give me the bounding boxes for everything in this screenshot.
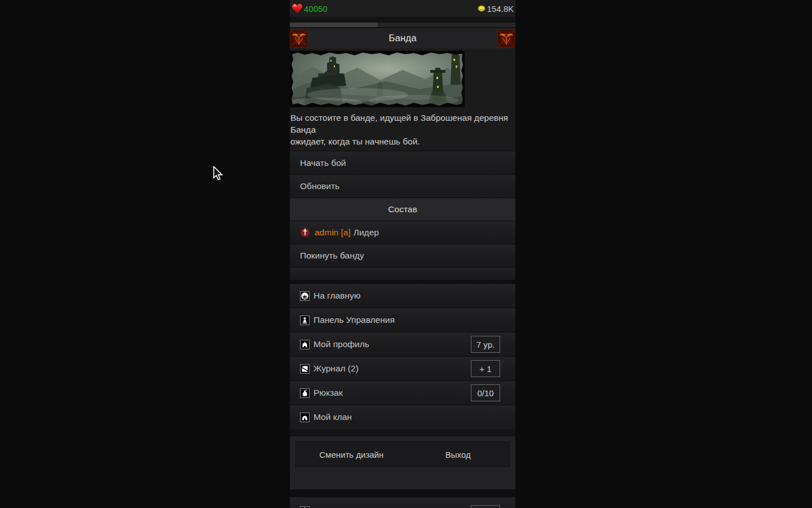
menu-label: На главную [314, 291, 360, 301]
game-main-column: 40050 154.8K [290, 0, 515, 508]
start-fight-button[interactable]: Начать бой [290, 151, 515, 174]
menu-item-home[interactable]: На главную [290, 283, 515, 308]
health-stat: 40050 [292, 3, 328, 14]
level-badge: 7 ур. [471, 336, 500, 353]
online-players-icon [300, 506, 310, 508]
empty-row [290, 267, 515, 280]
refresh-label: Обновить [300, 181, 339, 191]
footer-panel: Сменить дизайн Выход [290, 436, 515, 489]
mouse-cursor [213, 166, 224, 182]
footer-links-box: Сменить дизайн Выход [295, 441, 510, 467]
clan-emblem-icon [290, 29, 308, 47]
menu-label: Рюкзак [314, 388, 342, 398]
menu-label: Панель Управления [314, 315, 395, 325]
exit-link[interactable]: Выход [407, 450, 509, 459]
top-stats-bar: 40050 154.8K [290, 0, 515, 17]
start-fight-label: Начать бой [300, 158, 346, 168]
spacer [290, 17, 515, 23]
clan-emblem-icon [497, 29, 515, 47]
menu-label: Мой профиль [314, 339, 369, 349]
money-value: 154.8K [487, 4, 514, 14]
health-value: 40050 [304, 4, 328, 14]
leader-sword-icon [300, 227, 310, 238]
section-divider [290, 489, 515, 497]
menu-item-profile[interactable]: Мой профиль 7 ур. [290, 332, 515, 356]
leave-gang-button[interactable]: Покинуть банду [290, 244, 515, 267]
online-row[interactable]: В игре 1 [290, 497, 515, 508]
online-label: В игре [314, 506, 339, 508]
roster-section-header: Состав [290, 198, 515, 221]
journal-scroll-icon [300, 364, 310, 374]
journal-new-badge: + 1 [471, 360, 500, 377]
menu-item-backpack[interactable]: Рюкзак 0/10 [290, 380, 515, 405]
load-progress-bar [290, 23, 515, 27]
description-line: Вы состоите в банде, идущей в Заброшеная… [290, 112, 515, 135]
menu-item-clan[interactable]: Мой клан [290, 405, 515, 429]
gang-description: Вы состоите в банде, идущей в Заброшеная… [290, 107, 515, 151]
member-role: Лидер [354, 227, 379, 238]
backpack-capacity-badge: 0/10 [471, 384, 500, 401]
location-banner-image [290, 51, 465, 107]
heart-icon [292, 3, 303, 14]
section-divider [290, 429, 515, 436]
clan-helmet-icon [300, 413, 310, 422]
progress-fill [290, 23, 378, 27]
location-banner-wrap [290, 49, 515, 107]
page-title: Банда [389, 33, 416, 44]
roster-title: Состав [388, 204, 417, 214]
menu-label: Журнал (2) [314, 364, 359, 374]
leave-gang-label: Покинуть банду [300, 251, 364, 261]
description-line: ожидает, когда ты начнешь бой. [290, 135, 515, 147]
page-header: Банда [290, 28, 515, 49]
backpack-sack-icon [300, 388, 310, 398]
change-design-link[interactable]: Сменить дизайн [296, 450, 407, 459]
member-row[interactable]: admin [a] Лидер [290, 221, 515, 244]
menu-item-journal[interactable]: Журнал (2) + 1 [290, 356, 515, 380]
online-count-badge: 1 [471, 505, 500, 508]
coin-icon [478, 5, 486, 12]
refresh-button[interactable]: Обновить [290, 174, 515, 198]
menu-item-control-panel[interactable]: Панель Управления [290, 308, 515, 332]
member-name-link[interactable]: admin [a] [315, 227, 351, 238]
money-stat: 154.8K [478, 4, 514, 14]
control-panel-icon [300, 316, 310, 325]
menu-label: Мой клан [314, 412, 352, 422]
home-icon [300, 291, 310, 301]
profile-helmet-icon [300, 340, 310, 349]
